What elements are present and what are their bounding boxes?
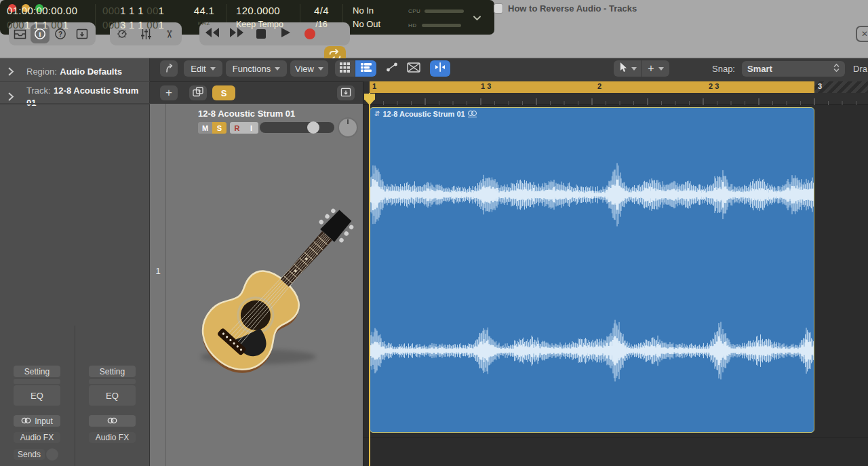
duplicate-track-icon	[193, 87, 203, 99]
ruler-ticks	[363, 93, 868, 105]
crossfade-icon	[407, 62, 420, 75]
functions-menu-label: Functions	[233, 64, 271, 74]
edit-menu-label: Edit	[191, 64, 205, 74]
flex-button[interactable]	[430, 60, 450, 77]
solo-button[interactable]: S	[212, 122, 226, 134]
input-format-button[interactable]: Input	[14, 415, 60, 427]
up-down-chevrons-icon	[833, 63, 840, 75]
track-name[interactable]: 12-8 Acoustic Strum 01	[198, 109, 295, 119]
drag-label: Dra	[853, 64, 867, 74]
track-list-toolbar: + S	[150, 81, 363, 104]
lcd-sample-rate: 44.1 KHZ	[182, 0, 226, 35]
inspector-panel: Region: Audio Defaults Track: 12-8 Acous…	[0, 58, 150, 466]
lcd-midi-io: No In No Out	[343, 0, 408, 35]
solo-letter: S	[221, 88, 227, 98]
plus-icon: +	[165, 90, 172, 96]
cycle-range[interactable]: 1 1 3 2 2 3	[370, 81, 814, 93]
track-number: 1	[150, 266, 166, 276]
waveform	[370, 108, 814, 432]
region-inspector-header[interactable]: Region: Audio Defaults	[0, 61, 150, 81]
volume-slider-knob[interactable]	[307, 121, 319, 134]
edit-menu[interactable]: Edit	[184, 60, 222, 77]
setting-button[interactable]: Setting	[14, 366, 60, 377]
ruler-offscreen-area: 3	[814, 81, 868, 93]
lcd-options-button[interactable]	[473, 0, 488, 35]
master-solo-button[interactable]: S	[212, 85, 235, 100]
cpu-meter	[425, 9, 464, 13]
track-header-config-button[interactable]	[337, 85, 355, 100]
gain-slot[interactable]	[89, 379, 136, 384]
output-format-button[interactable]	[89, 415, 136, 427]
lcd-time-signature: 4/4 /16	[300, 0, 342, 35]
grid-view-button[interactable]	[335, 60, 355, 77]
snap-select[interactable]: Smart	[742, 61, 845, 77]
lcd-display[interactable]: 01:00:00:00.00 0001 1 1 001 0001 1 1 001…	[0, 0, 494, 35]
lcd-tempo: 120.0000 Keep Tempo	[226, 0, 300, 35]
x-icon: ✕	[861, 29, 868, 39]
audio-region[interactable]: ⇵ 12-8 Acoustic Strum 01	[370, 107, 814, 433]
setting-button[interactable]: Setting	[89, 366, 136, 377]
chevron-down-icon	[275, 67, 280, 71]
ruler-label: 3	[818, 82, 822, 90]
lcd-cycle-locators: 0001 1 1 001 0003 1 1 001	[96, 0, 182, 35]
chevron-down-icon	[631, 67, 637, 71]
sends-slot[interactable]: Sends	[14, 449, 45, 460]
tracks-area: 1 1 3 2 2 3 3 ⇵ 12-8 Acoustic Strum 01	[363, 81, 868, 466]
acoustic-guitar-image	[170, 182, 374, 385]
automation-icon	[386, 62, 398, 75]
automation-button[interactable]	[382, 60, 402, 77]
input-monitor-button[interactable]: I	[244, 122, 258, 134]
bar-ruler[interactable]: 1 1 3 2 2 3 3	[363, 81, 868, 105]
send-knob[interactable]	[46, 448, 58, 461]
plus-tool-icon: +	[648, 65, 654, 72]
chevron-down-icon	[210, 67, 216, 71]
region-value: Audio Defaults	[60, 66, 122, 77]
mute-button[interactable]: M	[198, 122, 212, 134]
gain-slot[interactable]	[14, 379, 60, 384]
audio-fx-slot[interactable]: Audio FX	[14, 432, 60, 443]
hd-meter	[422, 24, 461, 27]
crossfade-button[interactable]	[403, 60, 424, 77]
playhead-line[interactable]	[369, 93, 370, 466]
pan-knob[interactable]	[338, 117, 358, 138]
pointer-icon	[619, 62, 627, 75]
track-header[interactable]: 1 12-8 Acoustic Strum 01 M S R I	[150, 104, 363, 466]
tracks-view-button[interactable]	[355, 60, 376, 77]
disclosure-chevron-icon	[8, 92, 14, 101]
track-list-icon	[361, 62, 372, 75]
audio-fx-slot[interactable]: Audio FX	[89, 432, 136, 443]
smpte-time: 01:00:00:00.00	[7, 3, 95, 18]
window-title: How to Reverse Audio - Tracks	[508, 3, 637, 14]
document-icon	[494, 3, 503, 14]
disclosure-chevron-icon	[8, 67, 14, 76]
chevron-down-icon	[318, 67, 323, 71]
view-menu-label: View	[295, 64, 314, 74]
flex-pitch-icon: ⇵	[374, 111, 380, 117]
pan-knob-indicator	[347, 119, 349, 124]
up-arrow-icon	[164, 63, 174, 75]
functions-menu[interactable]: Functions	[226, 60, 287, 77]
master-mute-button[interactable]: ✕	[856, 26, 868, 42]
panel-down-icon	[340, 88, 351, 99]
snap-value: Smart	[747, 64, 772, 74]
stereo-circles-icon	[107, 416, 117, 426]
hierarchy-back-button[interactable]	[160, 60, 178, 77]
chevron-down-icon	[658, 67, 664, 71]
view-menu[interactable]: View	[290, 60, 328, 77]
volume-slider[interactable]	[260, 122, 334, 133]
tracks-area-menubar: Edit Functions View + Sna	[150, 58, 868, 81]
add-track-button[interactable]: +	[160, 85, 178, 100]
pointer-tool-menu[interactable]	[614, 60, 642, 77]
eq-slot[interactable]: EQ	[89, 385, 136, 406]
region-header: ⇵ 12-8 Acoustic Strum 01	[374, 109, 477, 119]
lcd-load-meters: CPU HD	[408, 0, 473, 35]
stereo-circles-icon	[21, 416, 31, 426]
record-enable-button[interactable]: R	[230, 122, 244, 134]
ruler-label: 2	[597, 82, 601, 90]
ruler-label: 1	[372, 82, 376, 90]
snap-label: Snap:	[712, 64, 735, 74]
track-label: Track:	[26, 85, 51, 96]
duplicate-track-button[interactable]	[189, 85, 207, 100]
eq-slot[interactable]: EQ	[14, 385, 60, 406]
secondary-tool-menu[interactable]: +	[642, 60, 669, 77]
